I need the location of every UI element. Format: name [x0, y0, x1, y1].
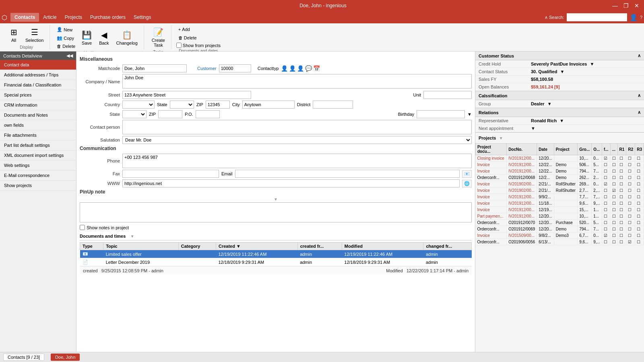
person2-icon[interactable]: 👤	[289, 65, 296, 72]
zip-input[interactable]	[206, 101, 230, 109]
table-row[interactable]: Orderconfr... O201906/0056 6/13/... 9,6.…	[476, 239, 644, 245]
changelog-button[interactable]: 📋 Changelog	[114, 29, 140, 47]
sidebar-item-xml-document-import[interactable]: XML document import settings	[0, 150, 76, 160]
relations-collapse[interactable]: ∧	[638, 110, 641, 115]
state2-select[interactable]	[122, 110, 147, 118]
menu-item-contacts[interactable]: Contacts	[10, 13, 39, 22]
table-row[interactable]: Invoice IV201912/00... 9/9/2... 7,7... 7…	[476, 194, 644, 200]
all-button[interactable]: ⊞ All	[6, 26, 21, 44]
table-row[interactable]: Orderconfr... O201912/0068 12/2... Demo …	[476, 175, 644, 181]
sidebar-item-email-correspondence[interactable]: E-Mail correspondence	[0, 171, 76, 181]
www-input[interactable]	[122, 179, 460, 187]
table-row[interactable]: Invoice IV201902/00... 2/21/... RollShut…	[476, 181, 644, 187]
table-row[interactable]: 📧 Limited sales offer 12/19/2019 11:22:4…	[80, 250, 472, 258]
minimize-button[interactable]: —	[611, 2, 619, 9]
table-row[interactable]: Invoice IV201902/00... 2/21/... RollShut…	[476, 187, 644, 194]
contact-person-input[interactable]	[122, 120, 472, 134]
list-item: Sales FY $58,100.58	[475, 76, 644, 83]
company-name-input[interactable]: John Doe	[122, 74, 472, 88]
sidebar-item-part-list-default[interactable]: Part list default settings	[0, 140, 76, 150]
email-icon-button[interactable]: 📧	[462, 170, 472, 178]
person3-icon[interactable]: 👤	[297, 65, 304, 72]
salutation-select[interactable]: Dear Mr. Doe	[122, 136, 472, 144]
credit-hold-dropdown[interactable]: ▼	[590, 62, 594, 66]
calendar-icon[interactable]: 📅	[313, 65, 320, 72]
add-doc-button[interactable]: + Add	[176, 26, 221, 33]
pinup-textarea[interactable]	[80, 202, 472, 222]
contact-status-dropdown[interactable]: ▼	[560, 69, 564, 74]
menu-item-article[interactable]: Article	[39, 13, 60, 22]
table-row[interactable]: Orderconfr... O201912/0069 12/20... Demo…	[476, 226, 644, 232]
row-topic: Limited sales offer	[103, 250, 179, 258]
create-task-button[interactable]: 📝 CreateTask	[149, 26, 168, 49]
matchcode-input[interactable]	[122, 64, 187, 72]
table-row[interactable]: Invoice IV201509/00... 9/8/2... Demo3 6,…	[476, 232, 644, 239]
street-input[interactable]	[122, 91, 251, 99]
selection-button[interactable]: ☰ Selection	[23, 26, 46, 44]
po-input[interactable]	[196, 110, 220, 118]
status-tab-contacts[interactable]: Contacts [9 / 23]	[3, 354, 44, 361]
country-select[interactable]	[122, 101, 155, 109]
group-dropdown[interactable]: ▼	[547, 101, 552, 106]
table-row[interactable]: 📄 Letter December 2019 12/18/2019 9:29:3…	[80, 258, 472, 266]
rep-dropdown[interactable]: ▼	[559, 118, 564, 123]
www-icon-button[interactable]: 🌐	[462, 180, 472, 187]
table-row[interactable]: Closing invoice IV201912/00... 12/20... …	[476, 155, 644, 162]
email-input[interactable]	[235, 170, 460, 178]
sidebar-item-contact-data[interactable]: Contact data	[0, 60, 76, 70]
save-button[interactable]: 💾 Save	[79, 29, 95, 47]
delete-doc-button[interactable]: 🗑 Delete	[176, 34, 221, 41]
menu-item-purchase-orders[interactable]: Purchase orders	[86, 13, 130, 22]
customer-status-collapse[interactable]: ∧	[638, 53, 641, 58]
table-row[interactable]: Orderconfr... O201912/0070 12/20... Purc…	[476, 220, 644, 226]
restore-button[interactable]: ❐	[622, 2, 630, 9]
table-row[interactable]: Invoice IV201912/00... 12/22... Demo 794…	[476, 168, 644, 175]
sidebar-item-file-attachments[interactable]: File attachments	[0, 130, 76, 140]
customer-input[interactable]	[219, 64, 251, 72]
sidebar-item-documents-and-notes[interactable]: Documents and Notes	[0, 110, 76, 120]
sidebar-item-financial-data[interactable]: Financial data / Classification	[0, 80, 76, 90]
table-row[interactable]: Invoice IV201912/00... 12/19... 15,... 1…	[476, 207, 644, 213]
back-button[interactable]: ◀ Back	[96, 29, 111, 47]
state-label: State	[157, 102, 167, 107]
next-appt-dropdown[interactable]: ▼	[531, 126, 535, 131]
classification-collapse[interactable]: ∧	[638, 93, 641, 98]
sidebar-collapse-icon[interactable]: ◀◀	[66, 53, 73, 58]
show-from-projects-checkbox[interactable]	[176, 43, 182, 48]
show-notes-checkbox[interactable]	[80, 225, 85, 230]
table-row[interactable]: Part paymen... IV201912/00... 12/20... 1…	[476, 213, 644, 220]
status-tab-current[interactable]: Doe, John	[51, 354, 80, 361]
phone-input[interactable]: +00 123 456 987	[122, 154, 472, 168]
sidebar-item-show-projects[interactable]: Show projects	[0, 181, 76, 191]
docs-collapse-indicator[interactable]: ▼	[130, 234, 134, 239]
unit-input[interactable]	[423, 91, 472, 99]
birthday-dropdown-icon[interactable]: ▼	[467, 112, 472, 117]
new-button[interactable]: 👤 New	[55, 26, 77, 33]
menu-item-settings[interactable]: Settings	[130, 13, 155, 22]
close-button[interactable]: ✕	[633, 2, 641, 9]
proj-r1: ☐	[617, 239, 626, 245]
table-row[interactable]: Invoice IV201912/00... 12/22... Demo 506…	[476, 162, 644, 168]
person1-icon[interactable]: 👤	[281, 65, 288, 72]
sidebar-item-special-prices[interactable]: Special prices	[0, 90, 76, 100]
message-icon[interactable]: 💬	[305, 65, 312, 72]
search-input[interactable]	[567, 13, 627, 21]
copy-button[interactable]: 👥 Copy	[55, 34, 77, 42]
sidebar-item-crm-information[interactable]: CRM information	[0, 100, 76, 110]
table-row[interactable]: Invoice IV201912/00... 11/18... 9,6... 9…	[476, 200, 644, 207]
menu-item-projects[interactable]: Projects	[61, 13, 86, 22]
zip2-input[interactable]	[158, 110, 182, 118]
pinup-collapse-indicator[interactable]: ▼	[80, 197, 472, 202]
sidebar-item-additional-addresses[interactable]: Additional addresses / Trips	[0, 70, 76, 80]
proj-f: ☐	[602, 162, 610, 168]
fax-input[interactable]	[122, 170, 219, 178]
sidebar-item-web-settings[interactable]: Web settings	[0, 160, 76, 171]
col-project: Project	[554, 144, 577, 155]
delete-contact-button[interactable]: 🗑 Delete	[55, 43, 77, 50]
birthday-input[interactable]	[417, 110, 465, 118]
district-input[interactable]	[313, 101, 353, 109]
state-select[interactable]	[170, 101, 194, 109]
help-icon[interactable]: ?	[640, 15, 642, 20]
sidebar-item-own-fields[interactable]: own fields	[0, 120, 76, 130]
city-input[interactable]	[242, 101, 295, 109]
